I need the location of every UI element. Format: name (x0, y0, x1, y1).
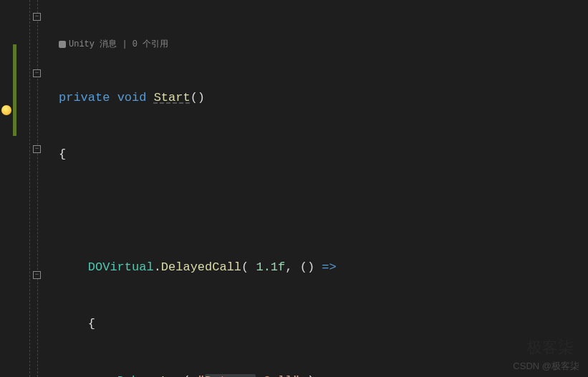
code-line[interactable]: private void Start() (59, 89, 337, 107)
fold-guide (29, 0, 30, 377)
code-line[interactable]: { (59, 315, 337, 333)
fold-toggle-icon[interactable] (33, 271, 41, 279)
watermark-background: 极客柒 (526, 337, 574, 358)
code-line[interactable]: Debug.Log( "Dotween Call" ); (59, 372, 337, 377)
code-line[interactable]: { (59, 145, 337, 164)
fold-toggle-icon[interactable] (33, 145, 41, 153)
fold-toggle-icon[interactable] (33, 69, 41, 77)
watermark-text: CSDN @极客柒 (513, 360, 579, 373)
editor-gutter (0, 0, 59, 377)
highlighted-text: Dotween (205, 374, 256, 377)
codelens-annotation[interactable]: Unity 消息 | 0 个引用 (59, 38, 337, 51)
code-editor: Unity 消息 | 0 个引用 private void Start() { … (0, 0, 588, 377)
change-indicator (13, 44, 16, 136)
fold-toggle-icon[interactable] (33, 13, 41, 21)
code-area[interactable]: Unity 消息 | 0 个引用 private void Start() { … (59, 0, 337, 377)
fold-guide (37, 0, 38, 377)
code-line[interactable] (59, 202, 337, 220)
code-line[interactable]: DOVirtual.DelayedCall( 1.1f, () => (59, 258, 337, 277)
lightbulb-icon[interactable] (1, 105, 11, 115)
unity-icon (59, 41, 66, 48)
